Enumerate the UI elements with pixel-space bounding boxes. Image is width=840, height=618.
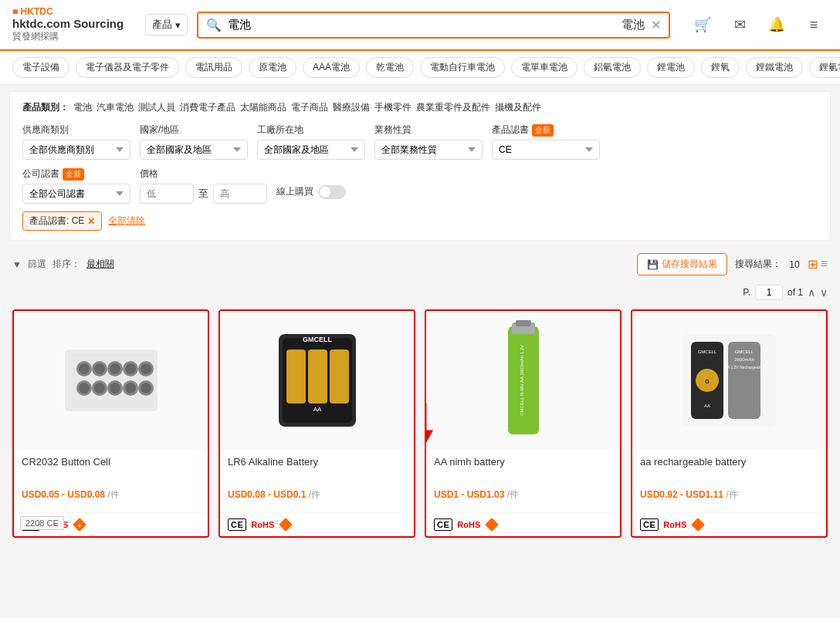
product-card-4[interactable]: G GMCELL AA 2600mAh AA 1.2V Rechargeable… xyxy=(631,309,828,538)
price-separator: 至 xyxy=(198,187,208,201)
price-range-1: USD0.05 - USD0.08 xyxy=(22,489,105,500)
hktdc-label: ■ HKTDC xyxy=(12,6,53,17)
supplier-type-select[interactable]: 全部供應商類別 xyxy=(22,140,130,160)
product-cert-label: 產品認書 全新 xyxy=(492,123,600,137)
product-category-row: 產品類別： 電池 汽車電池 測試人員 消費電子產品 太陽能商品 電子商品 醫療設… xyxy=(22,101,818,114)
svg-point-11 xyxy=(141,363,151,374)
price-group: 價格 至 xyxy=(140,167,267,204)
pill-primary-battery[interactable]: 原電池 xyxy=(249,57,296,78)
product-price-2: USD0.08 - USD0.1 /件 xyxy=(228,488,406,501)
svg-text:GMCELL: GMCELL xyxy=(734,350,754,354)
ce-badge-3: CE xyxy=(434,518,452,531)
pill-lithium[interactable]: 鋰電池 xyxy=(647,57,695,78)
product-info-4: aa rechargeable battery USD0.92 - USD1.1… xyxy=(632,450,826,512)
page-input[interactable] xyxy=(755,285,783,300)
pill-dry[interactable]: 乾電池 xyxy=(366,57,414,78)
pill-liox[interactable]: 鋰氧 xyxy=(701,57,740,78)
country-select[interactable]: 全部國家及地區 xyxy=(140,140,248,160)
price-high-input[interactable] xyxy=(213,184,267,204)
product-image-3: GMCELL N-MH AA 2000mAh 1.2V xyxy=(426,311,620,450)
svg-point-17 xyxy=(110,383,120,393)
bell-button[interactable]: 🔔 xyxy=(763,11,791,39)
svg-marker-33 xyxy=(425,431,433,444)
product-certs-4: CE RoHS xyxy=(632,512,826,536)
remove-filter-button[interactable]: ✕ xyxy=(87,216,95,227)
price-unit-2: /件 xyxy=(309,489,320,500)
cart-button[interactable]: 🛒 xyxy=(689,11,716,39)
price-low-input[interactable] xyxy=(140,184,194,204)
cat-car[interactable]: 汽車電池 xyxy=(97,101,134,114)
price-range: 至 xyxy=(140,184,267,204)
category-pills: 電子設備 電子儀器及電子零件 電訊用品 原電池 AAA電池 乾電池 電動自行車電… xyxy=(0,51,840,85)
cat-battery[interactable]: 電池 xyxy=(73,101,92,114)
save-label: 儲存搜尋結果 xyxy=(662,258,717,271)
supplier-type-label: 供應商類別 xyxy=(22,123,130,137)
save-results-button[interactable]: 💾 儲存搜尋結果 xyxy=(637,253,727,275)
pill-lifepo[interactable]: 鋰鐵電池 xyxy=(746,57,803,78)
pill-motorcycle[interactable]: 電單車電池 xyxy=(511,57,578,78)
cat-camera[interactable]: 攝機及配件 xyxy=(495,101,541,114)
pill-aaa[interactable]: AAA電池 xyxy=(303,57,360,78)
product-name-2: LR6 Alkaline Battery xyxy=(228,456,406,484)
product-card-1[interactable]: CR2032 Button Cell USD0.05 - USD0.08 /件 … xyxy=(12,309,209,538)
diamond-cert-4 xyxy=(691,518,705,532)
list-view-icon[interactable]: ≡ xyxy=(821,257,828,272)
product-name-4: aa rechargeable battery xyxy=(640,456,818,484)
price-range-3: USD1 - USD1.03 xyxy=(434,489,504,500)
nav-select-label: 產品 xyxy=(152,18,172,32)
pill-ebike[interactable]: 電動自行車電池 xyxy=(420,57,505,78)
product-card-3[interactable]: GMCELL N-MH AA 2000mAh 1.2V AA nimh batt… xyxy=(425,309,622,538)
ce-badge-4: CE xyxy=(640,518,659,531)
country-label: 國家/地區 xyxy=(140,123,248,137)
business-select[interactable]: 全部業務性質 xyxy=(374,140,483,160)
product-cert-select[interactable]: CE xyxy=(492,140,600,160)
page-total: of 1 xyxy=(788,287,803,298)
arrow-annotation xyxy=(425,400,437,448)
pagination: P. of 1 ∧ ∨ xyxy=(0,282,840,303)
product-card-2[interactable]: GMCELL AA LR6 Alkaline Battery USD0.08 -… xyxy=(218,309,415,538)
cat-medical[interactable]: 醫療設備 xyxy=(333,101,370,114)
results-count-prefix: 搜尋結果： xyxy=(735,258,781,271)
cat-consumer[interactable]: 消費電子產品 xyxy=(180,101,235,114)
factory-select[interactable]: 全部國家及地區 xyxy=(257,140,365,160)
grid-view-icon[interactable]: ⊞ xyxy=(808,257,818,272)
cat-mobile[interactable]: 手機零件 xyxy=(374,101,412,114)
lr6-image: GMCELL AA xyxy=(263,319,371,442)
sort-value[interactable]: 最相關 xyxy=(86,258,114,271)
online-purchase-toggle[interactable] xyxy=(318,185,346,199)
cr2032-image xyxy=(57,326,165,434)
search-input[interactable] xyxy=(228,19,615,32)
ce-badge-2: CE xyxy=(228,518,246,531)
pill-nimh[interactable]: 鋁氫電池 xyxy=(584,57,641,78)
filter-label: 篩選 xyxy=(28,258,46,271)
search-icon: 🔍 xyxy=(206,18,222,32)
price-unit-4: /件 xyxy=(726,489,737,500)
cat-electronics[interactable]: 電子商品 xyxy=(291,101,328,114)
pill-electronics[interactable]: 電子設備 xyxy=(12,57,69,78)
nav-select[interactable]: 產品 ▾ xyxy=(145,14,188,35)
svg-text:GMCELL: GMCELL xyxy=(303,336,332,343)
business-group: 業務性質 全部業務性質 xyxy=(374,123,483,160)
diamond-cert-1: ✦ xyxy=(73,518,86,532)
price-unit-1: /件 xyxy=(107,489,119,500)
cat-tester[interactable]: 測試人員 xyxy=(138,101,175,114)
results-right: 💾 儲存搜尋結果 搜尋結果： 10 ⊞ ≡ xyxy=(637,253,828,275)
clear-search-icon[interactable]: ✕ xyxy=(651,18,661,32)
cat-solar[interactable]: 太陽能商品 xyxy=(240,101,286,114)
clear-all-button[interactable]: 全部清除 xyxy=(108,214,145,228)
pill-telecom[interactable]: 電訊用品 xyxy=(185,57,242,78)
product-name-3: AA nimh battery xyxy=(434,456,612,484)
menu-button[interactable]: ≡ xyxy=(800,11,828,39)
header: ■ HKTDC hktdc.com Sourcing 貿發網採購 產品 ▾ 🔍 … xyxy=(0,0,840,51)
header-icons: 🛒 ✉ 🔔 ≡ xyxy=(689,11,828,39)
mail-button[interactable]: ✉ xyxy=(726,11,754,39)
site-title: hktdc.com Sourcing xyxy=(12,17,136,30)
cat-farm[interactable]: 農業重零件及配件 xyxy=(416,101,490,114)
svg-rect-31 xyxy=(279,518,293,532)
diamond-cert-2 xyxy=(279,518,293,532)
page-up-button[interactable]: ∧ xyxy=(808,286,815,299)
page-down-button[interactable]: ∨ xyxy=(820,286,828,299)
pill-instruments[interactable]: 電子儀器及電子零件 xyxy=(76,57,179,78)
company-cert-select[interactable]: 全部公司認書 xyxy=(22,184,130,204)
pill-lih[interactable]: 鋰氫電池 xyxy=(809,57,840,78)
